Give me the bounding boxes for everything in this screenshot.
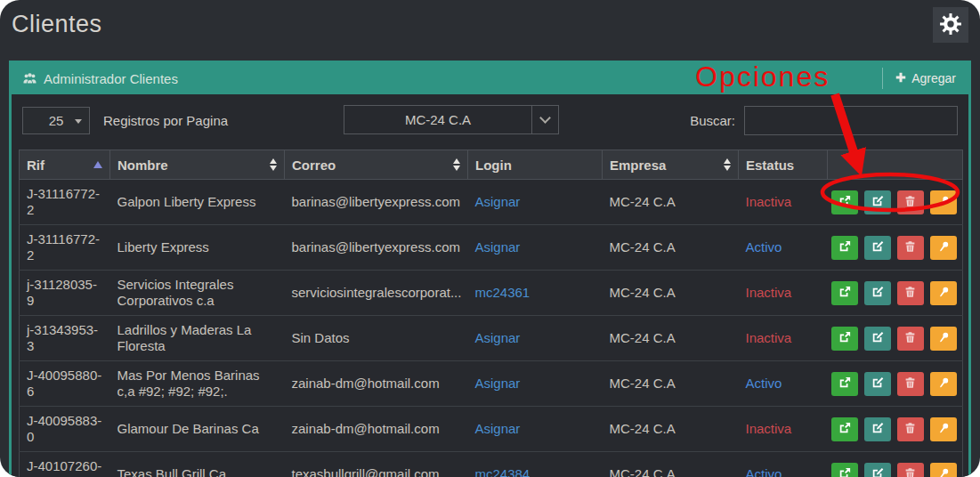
pin-button[interactable] bbox=[930, 372, 957, 396]
cell-empresa: MC-24 C.A bbox=[603, 452, 739, 477]
edit-button[interactable] bbox=[864, 281, 891, 305]
delete-button[interactable] bbox=[897, 281, 924, 305]
login-link[interactable]: Asignar bbox=[475, 330, 521, 345]
delete-button[interactable] bbox=[897, 236, 924, 260]
edit-button[interactable] bbox=[864, 190, 891, 214]
edit-button[interactable] bbox=[864, 327, 891, 351]
delete-button[interactable] bbox=[897, 372, 924, 396]
column-header-rif[interactable]: Rif bbox=[20, 150, 110, 180]
login-link[interactable]: Asignar bbox=[475, 421, 521, 436]
pin-icon bbox=[937, 331, 950, 346]
cell-empresa: MC-24 C.A bbox=[603, 316, 739, 361]
column-header-estatus[interactable]: Estatus bbox=[739, 150, 828, 180]
external-link-icon bbox=[838, 467, 851, 477]
status-badge: Activo bbox=[739, 361, 828, 407]
table-row: J-40095880-6 Mas Por Menos Barinas c,a #… bbox=[20, 361, 963, 407]
cell-rif: j-31343953-3 bbox=[20, 316, 110, 361]
cell-actions bbox=[828, 225, 963, 271]
status-badge: Inactiva bbox=[739, 180, 828, 225]
table-row: J-31116772-2 Galpon Liberty Express bari… bbox=[20, 180, 963, 225]
search-label: Buscar: bbox=[690, 113, 735, 128]
external-link-icon bbox=[838, 422, 851, 437]
trash-icon bbox=[904, 467, 916, 477]
external-link-icon bbox=[838, 240, 851, 255]
status-badge: Activo bbox=[739, 452, 828, 477]
cell-rif: J-40107260-7 bbox=[20, 452, 110, 477]
cell-correo: barinas@libertyexpress.com bbox=[285, 225, 468, 271]
cell-login: Asignar bbox=[468, 407, 603, 452]
company-filter-select[interactable]: MC-24 C.A bbox=[344, 105, 559, 134]
column-header-empresa[interactable]: Empresa bbox=[603, 150, 739, 180]
edit-button[interactable] bbox=[864, 417, 891, 441]
delete-button[interactable] bbox=[897, 417, 924, 441]
open-button[interactable] bbox=[831, 463, 858, 477]
status-badge: Inactiva bbox=[739, 271, 828, 316]
open-button[interactable] bbox=[831, 372, 858, 396]
edit-button[interactable] bbox=[864, 463, 891, 477]
pin-button[interactable] bbox=[930, 327, 957, 351]
login-link[interactable]: Asignar bbox=[475, 194, 521, 209]
pin-button[interactable] bbox=[930, 417, 957, 441]
cell-correo: barinas@libertyexpress.com bbox=[285, 180, 468, 225]
pin-button[interactable] bbox=[930, 190, 957, 214]
cell-rif: J-31116772-2 bbox=[20, 225, 110, 271]
pin-button[interactable] bbox=[930, 236, 957, 260]
pin-button[interactable] bbox=[930, 281, 957, 305]
edit-button[interactable] bbox=[864, 372, 891, 396]
pin-button[interactable] bbox=[930, 463, 957, 477]
edit-icon bbox=[871, 195, 884, 210]
cell-nombre: Galpon Liberty Express bbox=[110, 180, 285, 225]
edit-button[interactable] bbox=[864, 236, 891, 260]
cell-nombre: Servicios Integrales Corporativos c.a bbox=[110, 271, 285, 316]
pin-icon bbox=[937, 467, 950, 477]
login-link[interactable]: Asignar bbox=[475, 239, 521, 255]
delete-button[interactable] bbox=[897, 463, 924, 477]
edit-icon bbox=[871, 331, 884, 346]
table-row: J-40095883-0 Glamour De Barinas Ca zaina… bbox=[20, 407, 963, 452]
gear-icon bbox=[939, 12, 962, 38]
add-client-button[interactable]: Agregar bbox=[882, 68, 958, 89]
users-icon bbox=[22, 71, 37, 85]
search-input[interactable] bbox=[744, 106, 958, 135]
column-header-correo[interactable]: Correo bbox=[285, 150, 468, 180]
pin-icon bbox=[937, 195, 950, 210]
open-button[interactable] bbox=[831, 190, 858, 214]
open-button[interactable] bbox=[831, 417, 858, 441]
cell-login: Asignar bbox=[468, 225, 603, 271]
column-header-login[interactable]: Login bbox=[468, 150, 603, 180]
clients-table: Rif Nombre Correo Login bbox=[19, 150, 963, 477]
cell-login: Asignar bbox=[468, 316, 603, 361]
app-window: Clientes bbox=[0, 0, 980, 477]
table-body: J-31116772-2 Galpon Liberty Express bari… bbox=[20, 180, 963, 477]
panel-header: Administrador Clientes Agregar bbox=[12, 62, 968, 94]
cell-actions bbox=[828, 316, 963, 361]
sort-asc-icon bbox=[93, 161, 102, 168]
trash-icon bbox=[904, 376, 916, 392]
external-link-icon bbox=[838, 331, 851, 346]
table-row: J-40107260-7 Texas Bull Grill Ca texasbu… bbox=[20, 452, 963, 477]
cell-nombre: Glamour De Barinas Ca bbox=[110, 407, 285, 452]
cell-correo: serviciosintegralescorporat... bbox=[285, 271, 468, 316]
column-header-nombre[interactable]: Nombre bbox=[110, 150, 285, 180]
table-row: j-31128035-9 Servicios Integrales Corpor… bbox=[20, 271, 963, 316]
login-link[interactable]: mc24384 bbox=[475, 466, 530, 477]
pin-icon bbox=[937, 240, 950, 255]
top-bar: Clientes bbox=[0, 0, 980, 61]
login-link[interactable]: Asignar bbox=[475, 376, 521, 391]
open-button[interactable] bbox=[831, 236, 858, 260]
open-button[interactable] bbox=[831, 281, 858, 305]
status-badge: Inactiva bbox=[739, 407, 828, 452]
open-button[interactable] bbox=[831, 327, 858, 351]
login-link[interactable]: mc24361 bbox=[475, 285, 530, 300]
cell-correo: zainab-dm@hotmail.com bbox=[285, 361, 468, 407]
delete-button[interactable] bbox=[897, 190, 924, 214]
trash-icon bbox=[904, 195, 916, 210]
pin-icon bbox=[937, 286, 950, 301]
cell-empresa: MC-24 C.A bbox=[603, 225, 739, 271]
search-group: Buscar: bbox=[690, 106, 958, 135]
edit-icon bbox=[871, 467, 884, 477]
settings-button[interactable] bbox=[933, 7, 968, 43]
external-link-icon bbox=[838, 376, 851, 392]
delete-button[interactable] bbox=[897, 327, 924, 351]
page-size-select[interactable]: 25 bbox=[22, 107, 90, 134]
